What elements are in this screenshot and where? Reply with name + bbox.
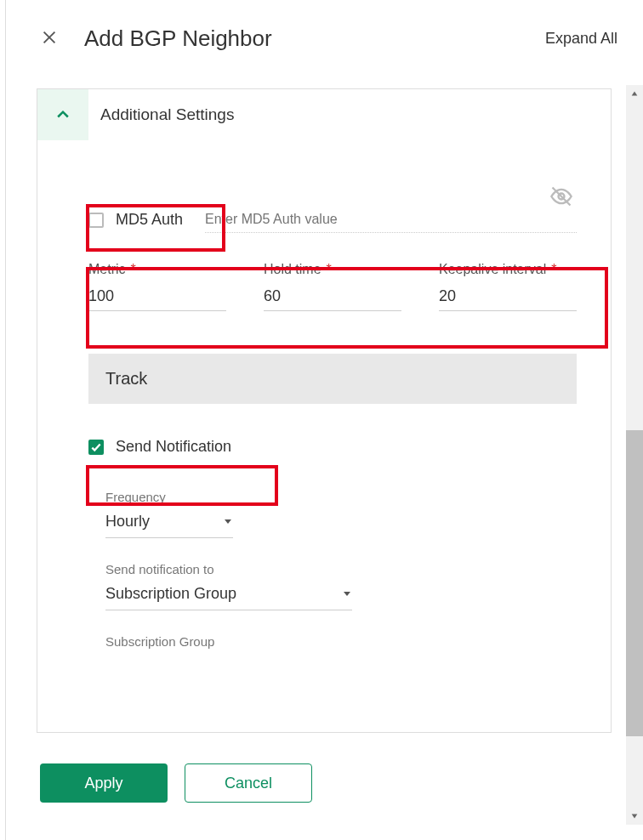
visibility-off-icon[interactable] [549,184,573,212]
collapse-section-button[interactable] [37,89,88,140]
subscription-group-label: Subscription Group [105,634,352,649]
highlight-annotation [86,204,225,252]
page-title: Add BGP Neighbor [84,26,545,52]
caret-down-icon [342,587,352,602]
svg-marker-5 [344,592,350,596]
close-icon[interactable] [40,28,59,50]
settings-scroll-area[interactable]: Additional Settings MD5 Auth [37,88,612,733]
highlight-annotation [86,267,608,349]
track-header[interactable]: Track [88,354,577,404]
frequency-dropdown[interactable]: Hourly [105,511,233,538]
section-title: Additional Settings [100,105,234,124]
md5-auth-input[interactable] [205,207,577,233]
scroll-down-arrow-icon[interactable] [626,808,643,825]
send-notification-checkbox[interactable] [88,440,104,455]
apply-button[interactable]: Apply [40,763,168,803]
notify-to-dropdown[interactable]: Subscription Group [105,583,352,610]
svg-marker-6 [632,92,638,96]
highlight-annotation [86,465,278,506]
scrollbar-thumb[interactable] [626,430,643,736]
expand-all-link[interactable]: Expand All [545,30,617,48]
svg-marker-4 [225,519,231,524]
caret-down-icon [223,514,233,530]
notify-to-label: Send notification to [105,562,352,576]
cancel-button[interactable]: Cancel [185,763,312,803]
send-notification-label: Send Notification [116,438,231,456]
svg-marker-7 [632,814,638,819]
scroll-up-arrow-icon[interactable] [626,85,643,102]
